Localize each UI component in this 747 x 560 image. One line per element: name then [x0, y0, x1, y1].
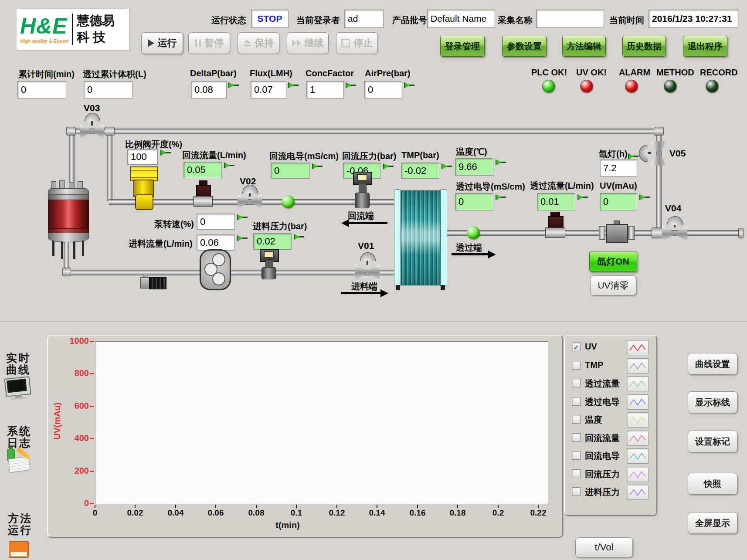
reflux-cond-label: 回流电导(mS/cm): [269, 150, 339, 162]
lobe-pump[interactable]: [200, 249, 231, 290]
uv-field: 0: [600, 193, 637, 210]
show-marker-line-button[interactable]: 显示标线: [688, 391, 737, 413]
feed-arrow-icon: [341, 289, 388, 297]
uv-ok-label: UV OK!: [574, 68, 609, 78]
exit-program-button[interactable]: 退出程序: [683, 36, 727, 57]
feed-pres-field: 0.02: [253, 233, 292, 250]
snapshot-button[interactable]: 快照: [688, 473, 737, 495]
valve-v04-label: V04: [665, 203, 681, 214]
xtick: 0.22: [521, 508, 556, 518]
temp-flag-icon: [496, 160, 506, 165]
logo-cn-line1: 慧德易: [77, 13, 126, 29]
xtick: 0.16: [400, 508, 435, 518]
uv-zero-button[interactable]: UV清零: [590, 275, 636, 295]
plc-ok-label: PLC OK!: [531, 68, 566, 78]
fullscreen-button[interactable]: 全屏显示: [688, 512, 737, 534]
xtick: 0.08: [239, 508, 274, 518]
lamp-on-button[interactable]: 氙灯ON: [589, 251, 637, 272]
xtick: 0.1: [279, 508, 314, 518]
prop-valve-label: 比例阀开度(%): [125, 139, 182, 150]
legend-checkbox-perm-flow[interactable]: [572, 379, 581, 387]
curve-settings-button[interactable]: 曲线设置: [688, 353, 737, 375]
legend-checkbox-reflux-cond[interactable]: [572, 451, 581, 460]
login-manage-button[interactable]: 登录管理: [440, 36, 485, 57]
legend-checkbox-reflux-pres[interactable]: [572, 469, 581, 478]
feed-flow-field[interactable]: 0.06: [197, 234, 235, 251]
concfactor-label: ConcFactor: [306, 68, 354, 78]
legend-checkbox-tmp[interactable]: [572, 361, 581, 370]
hold-button[interactable]: 保持: [238, 32, 279, 54]
v04-dome-icon: [667, 216, 683, 225]
logo-tagline: High quality & Expert: [20, 38, 68, 44]
perm-volume-label: 透过累计体积(L): [83, 68, 146, 80]
set-mark-button[interactable]: 设置标记: [688, 431, 737, 452]
flux-field[interactable]: 0.07: [251, 81, 286, 98]
deltap-field[interactable]: 0.08: [191, 81, 227, 98]
record-led-label: RECORD: [700, 68, 735, 78]
reflux-pres-flag-icon: [383, 163, 394, 169]
perm-cond-field: 0: [455, 193, 493, 210]
current-user-field[interactable]: ad: [344, 10, 384, 28]
stop-button[interactable]: 停止: [336, 32, 378, 54]
pump-speed-field[interactable]: 0: [197, 214, 235, 230]
monitor-icon: [4, 376, 32, 400]
v01-dome-icon: [360, 252, 376, 261]
flux-flag-icon: [288, 82, 299, 88]
ytick: 600: [61, 401, 89, 411]
legend-checkbox-uv[interactable]: [572, 343, 581, 351]
run-state-label: 运行状态: [211, 14, 246, 26]
logo: H&E High quality & Expert 慧德易 科 技: [17, 9, 129, 50]
play-icon: [148, 39, 154, 47]
feed-tank: [48, 180, 88, 259]
run-button[interactable]: 运行: [141, 32, 183, 54]
v03-bowtie-icon: [80, 125, 104, 138]
ytick: 800: [61, 368, 89, 378]
airpre-field[interactable]: 0: [364, 81, 402, 98]
legend-checkbox-feed-pres[interactable]: [572, 487, 581, 496]
t-vol-toggle-button[interactable]: t/Vol: [575, 537, 633, 557]
legend-checkbox-reflux-flow[interactable]: [572, 433, 581, 442]
deltap-flag-icon: [228, 82, 239, 88]
acq-name-field[interactable]: [536, 10, 604, 28]
history-data-button[interactable]: 历史数据: [622, 36, 666, 57]
reflux-cond-flag-icon: [312, 163, 323, 169]
continue-button[interactable]: 继续: [287, 32, 329, 54]
pipe-tee-v03: [105, 127, 115, 136]
valve-v05-label: V05: [669, 148, 686, 159]
xtick: 0.14: [360, 508, 394, 518]
airpre-flag-icon: [404, 82, 414, 88]
valve-v01-label: V01: [358, 241, 374, 251]
pipe-permeate: [445, 230, 742, 236]
pause-button[interactable]: 暂停: [188, 32, 230, 54]
legend-line-sample: [627, 448, 649, 464]
v04-bowtie-icon: [662, 226, 687, 241]
hold-icon: [243, 39, 251, 47]
feed-pres-flag-icon: [294, 234, 304, 240]
logo-he-text: H&E: [20, 15, 68, 37]
feed-flow-flag-icon: [237, 235, 248, 241]
total-time-field: 0: [17, 81, 66, 98]
pipe-tee-permeate: [652, 227, 662, 238]
v05-bowtie-icon: [651, 141, 666, 166]
method-edit-button[interactable]: 方法编辑: [562, 36, 606, 57]
uv-flag-icon: [639, 194, 650, 200]
concfactor-flag-icon: [346, 82, 356, 88]
lamp-hours-field[interactable]: 7.2: [600, 160, 637, 176]
record-led: [706, 80, 719, 93]
prop-valve-field[interactable]: 100: [127, 149, 158, 165]
legend-checkbox-temp[interactable]: [572, 415, 581, 424]
concfactor-field[interactable]: 1: [306, 81, 344, 98]
xtick: 0.18: [440, 508, 475, 518]
legend-checkbox-perm-cond[interactable]: [572, 397, 581, 406]
pipe-tee-down: [107, 131, 112, 201]
param-settings-button[interactable]: 参数设置: [502, 36, 547, 57]
permeate-indicator-ball: [467, 226, 480, 239]
reflux-flow-field: 0.05: [183, 162, 222, 178]
xtick: 0.12: [319, 508, 354, 518]
batch-field[interactable]: Default Name: [427, 10, 495, 28]
perm-flow-flag-icon: [577, 194, 588, 200]
v03-dome-icon: [85, 113, 100, 122]
perm-flow-label: 透过流量(L/min): [530, 180, 594, 192]
v01-bowtie-icon: [355, 264, 380, 279]
tmp-field: -0.02: [401, 163, 439, 179]
